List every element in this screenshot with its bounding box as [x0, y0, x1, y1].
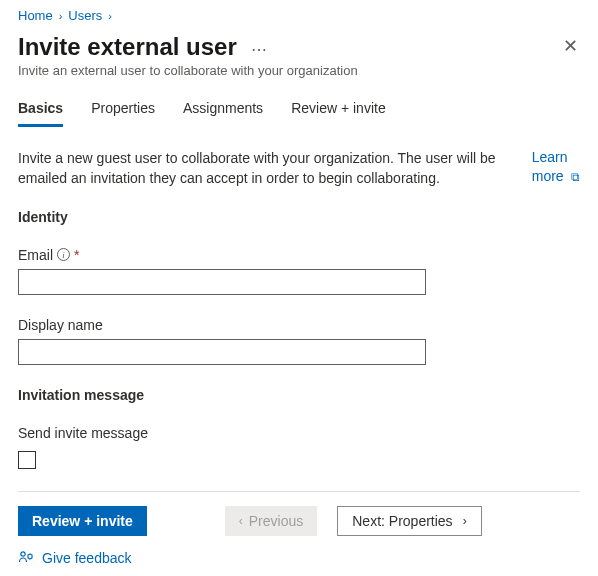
- more-actions-icon[interactable]: ⋯: [251, 36, 268, 58]
- learn-more-link[interactable]: Learn more ⧉: [532, 148, 580, 186]
- page-title: Invite external user: [18, 33, 237, 61]
- learn-more-line2: more ⧉: [532, 167, 580, 186]
- display-name-field[interactable]: [18, 339, 426, 365]
- page-subtitle: Invite an external user to collaborate w…: [18, 63, 580, 78]
- breadcrumb-home[interactable]: Home: [18, 8, 53, 23]
- breadcrumb-users[interactable]: Users: [68, 8, 102, 23]
- tab-basics[interactable]: Basics: [18, 96, 63, 127]
- display-name-label: Display name: [18, 317, 580, 333]
- email-field[interactable]: [18, 269, 426, 295]
- next-button[interactable]: Next: Properties ›: [337, 506, 481, 536]
- chevron-right-icon: ›: [108, 10, 112, 22]
- send-invite-label: Send invite message: [18, 425, 580, 441]
- intro-text: Invite a new guest user to collaborate w…: [18, 148, 512, 189]
- chevron-right-icon: ›: [59, 10, 63, 22]
- tab-properties[interactable]: Properties: [91, 96, 155, 127]
- section-invitation-message: Invitation message: [18, 387, 580, 403]
- tab-review-invite[interactable]: Review + invite: [291, 96, 386, 127]
- footer: Review + invite ‹ Previous Next: Propert…: [18, 491, 580, 569]
- previous-button: ‹ Previous: [225, 506, 317, 536]
- required-indicator: *: [74, 247, 79, 263]
- intro-row: Invite a new guest user to collaborate w…: [18, 148, 580, 189]
- breadcrumb: Home › Users ›: [18, 8, 580, 23]
- email-label: Email i *: [18, 247, 580, 263]
- give-feedback-link[interactable]: Give feedback: [18, 550, 132, 566]
- close-icon: ✕: [563, 36, 578, 56]
- tab-assignments[interactable]: Assignments: [183, 96, 263, 127]
- send-invite-checkbox[interactable]: [18, 451, 36, 469]
- chevron-right-icon: ›: [463, 514, 467, 528]
- svg-point-0: [21, 551, 25, 555]
- feedback-icon: [18, 550, 34, 566]
- section-identity: Identity: [18, 209, 580, 225]
- tabs: Basics Properties Assignments Review + i…: [18, 96, 580, 128]
- close-button[interactable]: ✕: [563, 33, 580, 55]
- header: Invite external user ⋯ ✕: [18, 33, 580, 61]
- learn-more-line1: Learn: [532, 148, 568, 167]
- info-icon[interactable]: i: [57, 248, 70, 261]
- review-invite-button[interactable]: Review + invite: [18, 506, 147, 536]
- chevron-left-icon: ‹: [239, 514, 243, 528]
- external-link-icon: ⧉: [568, 170, 580, 184]
